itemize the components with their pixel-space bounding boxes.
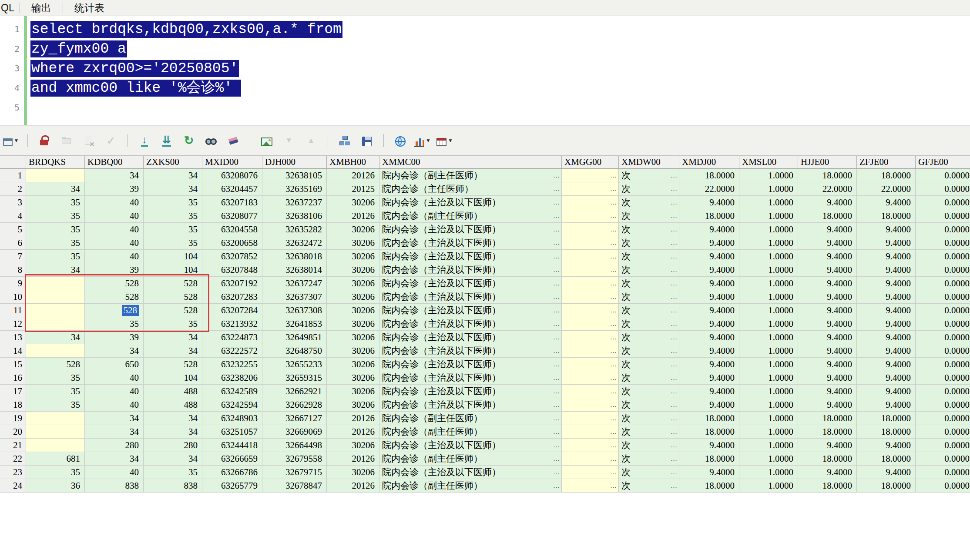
cell-zxks00[interactable]: 838 (144, 479, 202, 493)
grid-corner-cell[interactable] (0, 156, 26, 169)
cell-zxks00[interactable]: 34 (144, 182, 202, 196)
cell-zfje00[interactable]: 9.4000 (857, 263, 916, 277)
cell-xmsl00[interactable]: 1.0000 (739, 196, 798, 209)
cell-djh000[interactable]: 32638018 (262, 250, 327, 263)
column-header-xmdw00[interactable]: XMDW00 (619, 156, 679, 169)
cell-xmgg00[interactable]: … (562, 236, 619, 250)
cell-xmdw00[interactable]: 次… (619, 331, 679, 344)
cell-kdbq00[interactable]: 40 (85, 196, 144, 209)
cell-djh000[interactable]: 32659315 (262, 371, 327, 385)
cell-xmdj00[interactable]: 9.4000 (679, 358, 739, 371)
cell-more-icon[interactable]: … (610, 172, 618, 179)
cell-hjje00[interactable]: 9.4000 (798, 439, 857, 452)
cell-more-icon[interactable]: … (610, 293, 618, 301)
cell-xmmc00[interactable]: 院内会诊（主治及以下医师）… (379, 236, 562, 250)
cell-xmbh00[interactable]: 30206 (327, 358, 379, 371)
cell-more-icon[interactable]: … (610, 239, 618, 247)
cell-xmsl00[interactable]: 1.0000 (739, 358, 798, 371)
cell-kdbq00[interactable]: 528 (85, 290, 144, 304)
cell-gfje00[interactable]: 0.0000 (916, 263, 970, 277)
cell-djh000[interactable]: 32641853 (262, 317, 327, 331)
cell-xmsl00[interactable]: 1.0000 (739, 304, 798, 317)
cell-brdqks[interactable]: 35 (26, 223, 85, 236)
cell-hjje00[interactable]: 18.0000 (798, 479, 857, 493)
cell-brdqks[interactable]: 34 (26, 331, 85, 344)
cell-more-icon[interactable]: … (671, 212, 679, 220)
cell-xmbh00[interactable]: 20126 (327, 425, 379, 439)
cell-zfje00[interactable]: 9.4000 (857, 439, 916, 452)
cell-kdbq00[interactable]: 280 (85, 439, 144, 452)
cell-zfje00[interactable]: 18.0000 (857, 479, 916, 493)
cell-kdbq00[interactable]: 528 (85, 277, 144, 290)
cell-xmdw00[interactable]: 次… (619, 398, 679, 412)
cell-xmdj00[interactable]: 9.4000 (679, 466, 739, 479)
cell-zfje00[interactable]: 18.0000 (857, 209, 916, 223)
cell-xmmc00[interactable]: 院内会诊（主治及以下医师）… (379, 344, 562, 358)
cell-xmdj00[interactable]: 9.4000 (679, 385, 739, 398)
cell-xmgg00[interactable]: … (562, 452, 619, 466)
cell-zfje00[interactable]: 9.4000 (857, 466, 916, 479)
column-header-djh000[interactable]: DJH000 (262, 156, 327, 169)
cell-more-icon[interactable]: … (553, 199, 561, 206)
cell-zxks00[interactable]: 104 (144, 250, 202, 263)
cell-more-icon[interactable]: … (610, 199, 618, 206)
refresh-button[interactable]: ↻ (181, 132, 197, 149)
cell-hjje00[interactable]: 22.0000 (798, 182, 857, 196)
cell-more-icon[interactable]: … (671, 226, 679, 233)
cell-xmgg00[interactable]: … (562, 182, 619, 196)
cell-xmbh00[interactable]: 30206 (327, 398, 379, 412)
row-number-cell[interactable]: 6 (0, 236, 26, 250)
cell-djh000[interactable]: 32662921 (262, 385, 327, 398)
cell-more-icon[interactable]: … (671, 347, 679, 355)
cell-kdbq00[interactable]: 39 (85, 182, 144, 196)
row-number-cell[interactable]: 8 (0, 263, 26, 277)
cell-djh000[interactable]: 32635282 (262, 223, 327, 236)
cell-zxks00[interactable]: 35 (144, 317, 202, 331)
cell-zfje00[interactable]: 18.0000 (857, 452, 916, 466)
cell-brdqks[interactable]: 35 (26, 466, 85, 479)
cell-gfje00[interactable]: 0.0000 (916, 412, 970, 425)
cell-more-icon[interactable]: … (671, 388, 679, 395)
save-results-button[interactable] (359, 132, 375, 149)
cell-gfje00[interactable]: 0.0000 (916, 223, 970, 236)
cell-xmgg00[interactable]: … (562, 209, 619, 223)
cell-more-icon[interactable]: … (610, 482, 618, 490)
cell-mxid00[interactable]: 63232255 (202, 358, 262, 371)
cell-more-icon[interactable]: … (553, 361, 561, 368)
cell-xmdw00[interactable]: 次… (619, 263, 679, 277)
cell-xmmc00[interactable]: 院内会诊（主治及以下医师）… (379, 371, 562, 385)
row-number-cell[interactable]: 1 (0, 169, 26, 182)
cell-xmmc00[interactable]: 院内会诊（主治及以下医师）… (379, 290, 562, 304)
cell-brdqks[interactable]: 35 (26, 196, 85, 209)
cell-zfje00[interactable]: 9.4000 (857, 236, 916, 250)
cell-brdqks[interactable] (26, 169, 85, 182)
cell-xmgg00[interactable]: … (562, 263, 619, 277)
cell-hjje00[interactable]: 9.4000 (798, 331, 857, 344)
cell-hjje00[interactable]: 9.4000 (798, 263, 857, 277)
cell-kdbq00[interactable]: 40 (85, 223, 144, 236)
cell-kdbq00[interactable]: 528 (85, 304, 144, 317)
cell-xmbh00[interactable]: 30206 (327, 331, 379, 344)
cell-xmgg00[interactable]: … (562, 385, 619, 398)
cell-xmbh00[interactable]: 30206 (327, 250, 379, 263)
copy-as-image-button[interactable] (258, 132, 275, 149)
cell-brdqks[interactable]: 528 (26, 358, 85, 371)
cell-zfje00[interactable]: 18.0000 (857, 412, 916, 425)
dropdown-arrow-icon[interactable]: ▼ (448, 137, 453, 144)
editor-lines[interactable]: select brdqks,kdbq00,zxks00,a.* fromzy_f… (27, 16, 970, 125)
row-number-cell[interactable]: 17 (0, 385, 26, 398)
cell-more-icon[interactable]: … (671, 455, 679, 463)
cell-djh000[interactable]: 32679558 (262, 452, 327, 466)
column-header-hjje00[interactable]: HJJE00 (798, 156, 857, 169)
cell-brdqks[interactable]: 35 (26, 250, 85, 263)
cell-gfje00[interactable]: 0.0000 (916, 304, 970, 317)
cell-zxks00[interactable]: 35 (144, 466, 202, 479)
cell-mxid00[interactable]: 63208077 (202, 209, 262, 223)
cell-zfje00[interactable]: 9.4000 (857, 358, 916, 371)
sql-line[interactable] (30, 98, 970, 117)
cell-xmbh00[interactable]: 20126 (327, 412, 379, 425)
cell-xmmc00[interactable]: 院内会诊（主治及以下医师）… (379, 223, 562, 236)
cell-mxid00[interactable]: 63224873 (202, 331, 262, 344)
cell-xmdw00[interactable]: 次… (619, 304, 679, 317)
cell-more-icon[interactable]: … (610, 469, 618, 476)
